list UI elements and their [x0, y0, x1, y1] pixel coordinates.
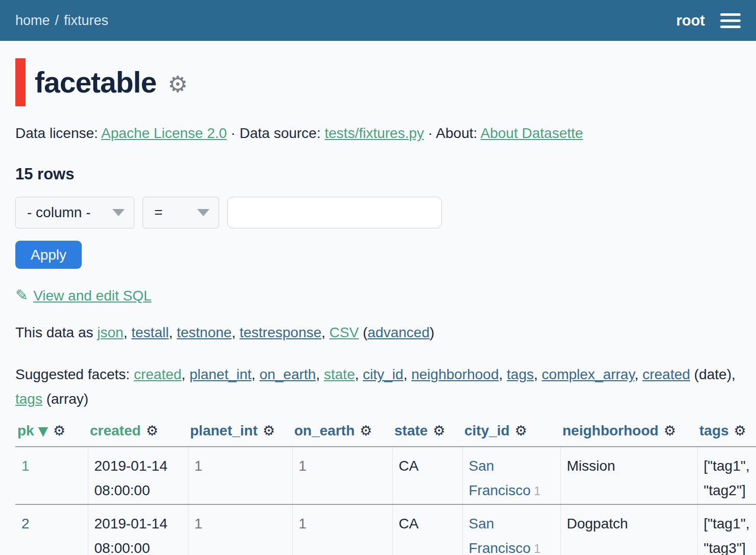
- facet-link-city-id[interactable]: city_id: [363, 366, 403, 382]
- cell-neighborhood: Mission: [560, 447, 697, 504]
- source-link[interactable]: tests/fixtures.py: [325, 125, 424, 141]
- hamburger-menu-icon[interactable]: [720, 13, 741, 28]
- column-gear-icon[interactable]: ⚙: [263, 423, 275, 438]
- table-row: 2 2019-01-14 08:00:00 1 1 CA San Francis…: [15, 504, 756, 555]
- column-gear-icon[interactable]: ⚙: [734, 423, 746, 438]
- table-row: 1 2019-01-14 08:00:00 1 1 CA San Francis…: [15, 447, 756, 504]
- city-id-raw-value: 1: [534, 542, 540, 555]
- metadata-line: Data license: Apache License 2.0 · Data …: [15, 125, 741, 142]
- export-link-json[interactable]: json: [97, 325, 123, 340]
- table-header-row: pk▼⚙ created⚙ planet_int⚙ on_earth⚙ stat…: [15, 423, 756, 447]
- meta-dot: ·: [428, 125, 433, 141]
- column-header-on-earth: on_earth⚙: [292, 423, 392, 447]
- city-id-raw-value: 1: [534, 484, 540, 498]
- column-header-city-id: city_id⚙: [462, 423, 560, 447]
- breadcrumb-separator: /: [55, 13, 59, 28]
- filter-bar: - column - =: [15, 197, 741, 228]
- chevron-down-icon: [112, 209, 125, 216]
- facet-link-on-earth[interactable]: on_earth: [259, 366, 316, 382]
- sql-edit-row: ✎View and edit SQL: [15, 286, 741, 304]
- cell-tags: ["tag1", "tag2"]: [697, 447, 756, 504]
- cell-city-id: San Francisco1: [462, 447, 560, 504]
- column-header-neighborhood: neighborhood⚙: [560, 423, 697, 447]
- filter-operator-value: =: [154, 204, 162, 221]
- export-link-testnone[interactable]: testnone: [177, 325, 231, 340]
- user-menu-link[interactable]: root: [676, 12, 705, 29]
- table-settings-gear-icon[interactable]: ⚙: [168, 71, 187, 97]
- export-links: This data as json, testall, testnone, te…: [15, 325, 741, 341]
- column-sort-link-city-id[interactable]: city_id: [464, 423, 510, 438]
- cell-city-id: San Francisco1: [462, 504, 560, 555]
- column-gear-icon[interactable]: ⚙: [433, 423, 445, 438]
- column-header-planet-int: planet_int⚙: [188, 423, 292, 447]
- about-label: About:: [436, 125, 477, 141]
- data-table: pk▼⚙ created⚙ planet_int⚙ on_earth⚙ stat…: [15, 423, 756, 555]
- export-link-testresponse[interactable]: testresponse: [240, 325, 321, 340]
- facets-prefix: Suggested facets:: [15, 366, 134, 382]
- facet-link-state[interactable]: state: [324, 366, 355, 382]
- chevron-down-icon: [197, 209, 209, 216]
- breadcrumb-home-link[interactable]: home: [15, 13, 50, 28]
- meta-dot: ·: [231, 125, 235, 141]
- title-block: facetable ⚙: [15, 58, 741, 107]
- filter-column-select[interactable]: - column -: [15, 197, 134, 228]
- cell-state: CA: [392, 447, 462, 504]
- cell-planet-int: 1: [188, 504, 292, 555]
- cell-on-earth: 1: [292, 504, 392, 555]
- row-pk-link[interactable]: 1: [21, 458, 30, 474]
- column-sort-link-pk[interactable]: pk: [17, 423, 34, 438]
- column-header-tags: tags⚙: [697, 423, 756, 447]
- cell-created: 2019-01-14 08:00:00: [88, 504, 188, 555]
- column-sort-link-neighborhood[interactable]: neighborhood: [562, 423, 658, 438]
- cell-state: CA: [392, 504, 462, 555]
- facet-link-created-date[interactable]: created: [643, 366, 690, 382]
- column-sort-link-tags[interactable]: tags: [699, 423, 729, 438]
- license-label: Data license:: [15, 125, 98, 141]
- cell-pk: 2: [15, 504, 88, 555]
- view-edit-sql-link[interactable]: View and edit SQL: [33, 288, 151, 304]
- cell-created: 2019-01-14 08:00:00: [88, 447, 188, 504]
- facet-link-planet-int[interactable]: planet_int: [190, 366, 251, 382]
- license-link[interactable]: Apache License 2.0: [101, 125, 227, 141]
- cell-planet-int: 1: [188, 447, 292, 504]
- filter-value-input[interactable]: [227, 197, 442, 228]
- cell-pk: 1: [15, 447, 88, 504]
- breadcrumb-fixtures-link[interactable]: fixtures: [64, 13, 108, 28]
- facet-link-neighborhood[interactable]: neighborhood: [411, 366, 499, 382]
- column-gear-icon[interactable]: ⚙: [360, 423, 372, 438]
- export-link-csv[interactable]: CSV: [329, 325, 359, 340]
- column-gear-icon[interactable]: ⚙: [53, 423, 65, 438]
- facet-link-tags[interactable]: tags: [507, 366, 534, 382]
- top-nav: home/fixtures root: [0, 0, 756, 41]
- column-sort-link-planet-int[interactable]: planet_int: [190, 423, 257, 438]
- apply-button[interactable]: Apply: [15, 241, 82, 269]
- column-gear-icon[interactable]: ⚙: [664, 423, 676, 438]
- column-gear-icon[interactable]: ⚙: [146, 423, 158, 438]
- cell-neighborhood: Dogpatch: [560, 504, 697, 555]
- filter-column-value: - column -: [27, 204, 90, 221]
- export-link-advanced[interactable]: advanced: [368, 325, 430, 340]
- page-title: facetable: [35, 65, 156, 99]
- column-header-pk: pk▼⚙: [15, 423, 88, 447]
- column-sort-link-on-earth[interactable]: on_earth: [294, 423, 355, 438]
- filter-operator-select[interactable]: =: [143, 197, 219, 228]
- facet-link-complex-array[interactable]: complex_array: [542, 366, 635, 382]
- suggested-facets: Suggested facets: created, planet_int, o…: [15, 362, 741, 411]
- column-header-created: created⚙: [88, 423, 188, 447]
- export-prefix: This data as: [15, 325, 97, 340]
- column-gear-icon[interactable]: ⚙: [515, 423, 527, 438]
- cell-tags: ["tag1", "tag3"]: [697, 504, 756, 555]
- column-sort-link-created[interactable]: created: [90, 423, 141, 438]
- row-count-heading: 15 rows: [15, 165, 741, 183]
- cell-on-earth: 1: [292, 447, 392, 504]
- column-sort-link-state[interactable]: state: [394, 423, 428, 438]
- city-link[interactable]: San Francisco: [469, 516, 531, 555]
- column-header-state: state⚙: [392, 423, 462, 447]
- about-link[interactable]: About Datasette: [481, 125, 583, 141]
- facet-link-created[interactable]: created: [134, 366, 181, 382]
- export-link-testall[interactable]: testall: [131, 325, 169, 340]
- table-wrapper: pk▼⚙ created⚙ planet_int⚙ on_earth⚙ stat…: [0, 423, 756, 555]
- row-pk-link[interactable]: 2: [21, 516, 30, 531]
- facet-link-tags-array[interactable]: tags: [15, 391, 42, 407]
- city-link[interactable]: San Francisco: [469, 458, 531, 498]
